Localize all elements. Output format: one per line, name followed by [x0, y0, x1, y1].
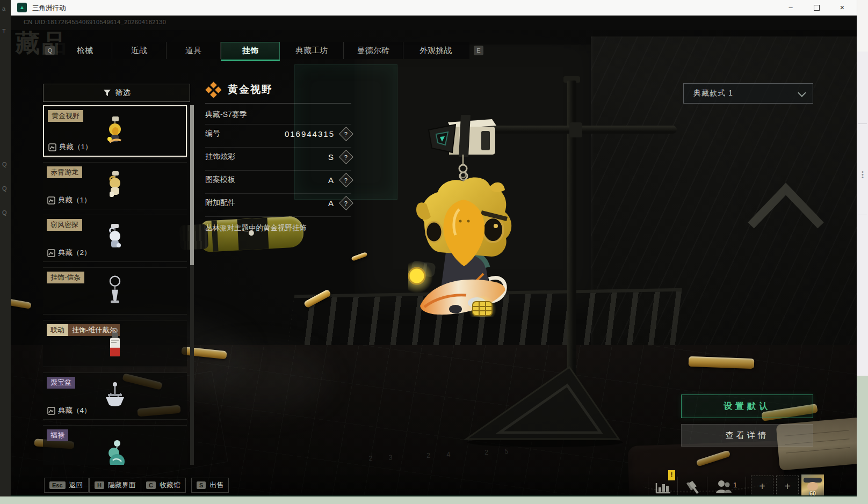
hotkey-label: 返回	[69, 480, 83, 490]
stray-glyph: Q	[2, 185, 7, 192]
detail-row-accessory: 附加配件 A ?	[205, 194, 351, 212]
maximize-button[interactable]	[804, 0, 829, 15]
stats-icon[interactable]	[654, 479, 672, 495]
uid-text: CN UID:181726455406910549614_20260418213…	[24, 19, 166, 25]
background-window-strip-right: •••	[857, 0, 868, 504]
collection-count: 典藏（1）	[48, 142, 92, 152]
background-window-strip: a T Q Q Q	[0, 0, 11, 496]
player-avatar[interactable]: 60	[801, 474, 824, 496]
list-item-windspy[interactable]: 窃风密探 典藏（2）	[43, 215, 187, 262]
list-item-vishdel[interactable]: 联动 挂饰-维什戴尔	[43, 320, 187, 367]
window-titlebar: ▲ 三角洲行动 – ×	[11, 0, 857, 16]
item-tag: 黄金视野	[48, 110, 83, 122]
divider	[205, 216, 351, 217]
add-teammate-slot[interactable]: +	[776, 476, 799, 496]
hotkey-sell[interactable]: S 出售	[191, 478, 229, 493]
row-value: A	[328, 176, 335, 185]
divider	[205, 103, 351, 104]
item-thumbnail	[102, 381, 128, 410]
stand-base	[462, 364, 623, 447]
background-toolbar	[857, 0, 868, 52]
stray-glyph: a	[2, 5, 5, 12]
keycap: S	[197, 481, 206, 489]
collection-count-label: 典藏（1）	[58, 195, 91, 205]
item-title: 黄金视野	[228, 83, 273, 97]
filter-button[interactable]: 筛选	[43, 84, 190, 102]
help-icon[interactable]: ?	[339, 196, 353, 210]
app-logo-icon: ▲	[17, 3, 27, 12]
collection-count: 典藏（1）	[47, 195, 91, 205]
charm-figure[interactable]	[408, 172, 521, 317]
linkage-badge: 联动	[47, 324, 68, 336]
collection-count-icon	[47, 249, 55, 257]
bullet-prop	[11, 298, 32, 309]
item-thumbnail	[103, 170, 127, 200]
close-button[interactable]: ×	[830, 0, 855, 15]
divider	[707, 477, 707, 495]
help-icon[interactable]: ?	[339, 173, 353, 187]
funnel-icon	[103, 89, 111, 97]
list-item-treasurebowl[interactable]: 聚宝盆 典藏（4）	[43, 372, 187, 420]
list-item-fulu[interactable]: 福禄	[43, 425, 187, 465]
style-dropdown[interactable]: 典藏款式 1	[683, 83, 813, 104]
tab-melee[interactable]: 近战	[112, 42, 167, 59]
row-value: 016944315	[285, 129, 335, 138]
scrollbar-thumb[interactable]	[190, 105, 194, 265]
divider	[858, 123, 867, 124]
tab-charms[interactable]: 挂饰	[221, 42, 280, 61]
list-item-goldvision[interactable]: 黄金视野 典藏（1）	[43, 105, 187, 157]
hotkey-label: 收藏馆	[160, 480, 180, 490]
list-item-creed[interactable]: 挂饰-信条	[43, 267, 187, 315]
viewport-bottom-edge	[11, 495, 857, 496]
row-value: S	[328, 152, 335, 162]
hotkey-back[interactable]: Esc 返回	[44, 478, 89, 493]
view-details-button[interactable]: 查看详情	[681, 424, 813, 447]
hotkey-label: 出售	[209, 480, 223, 490]
detail-row-pattern: 图案模板 A ?	[205, 171, 351, 189]
stray-glyph: Q	[2, 209, 7, 216]
chevron-marking	[746, 182, 826, 231]
minimize-button[interactable]: –	[778, 0, 803, 15]
help-icon[interactable]: ?	[339, 150, 353, 164]
tab-weapons[interactable]: 枪械	[58, 42, 112, 59]
tab-mandel[interactable]: 曼德尔砖	[344, 42, 403, 59]
divider	[677, 477, 678, 495]
add-teammate-slot[interactable]: +	[751, 476, 773, 496]
warning-badge: !	[668, 470, 675, 480]
row-label: 图案模板	[205, 175, 235, 185]
row-label: 挂饰炫彩	[205, 152, 235, 162]
collection-count: 典藏（2）	[47, 248, 91, 258]
help-icon[interactable]: ?	[339, 127, 353, 141]
tab-challenge[interactable]: 外观挑战	[403, 42, 468, 59]
item-tag: 福禄	[47, 429, 68, 441]
charm-clasp	[428, 115, 508, 179]
set-default-button[interactable]: 设置默认	[681, 395, 813, 418]
item-tag: 挂饰-信条	[47, 272, 84, 283]
team-icon[interactable]	[715, 479, 732, 495]
collection-count-icon	[47, 407, 55, 415]
item-description: 丛林派对主题中的黄金视野挂饰	[205, 223, 351, 233]
hotkey-hide-ui[interactable]: H 隐藏界面	[89, 478, 141, 493]
tab-prev-hotkey: Q	[45, 46, 55, 55]
list-scrollbar[interactable]	[190, 105, 194, 465]
tab-workshop[interactable]: 典藏工坊	[280, 42, 344, 59]
detail-row-colorway: 挂饰炫彩 S ?	[205, 148, 351, 166]
stray-glyph: Q	[2, 161, 7, 167]
detail-panel: 黄金视野 典藏-S7赛季 编号 016944315 ? 挂饰炫彩 S ? 图案模…	[205, 81, 351, 233]
divider	[648, 477, 648, 495]
hotkey-collection-hall[interactable]: C 收藏馆	[141, 478, 186, 493]
collection-count-icon	[47, 196, 55, 204]
stand-joint	[569, 122, 582, 137]
item-tag: 聚宝盆	[47, 377, 75, 389]
auction-gavel-icon[interactable]	[684, 479, 701, 495]
rarity-diamond-icon	[205, 82, 221, 98]
item-thumbnail	[103, 275, 127, 306]
game-viewport: 23 24 25	[11, 15, 857, 496]
collection-count: 典藏（4）	[47, 406, 91, 415]
tab-items[interactable]: 道具	[167, 42, 221, 59]
filter-label: 筛选	[115, 88, 131, 98]
list-item-reddragon[interactable]: 赤霄游龙 典藏（1）	[43, 162, 187, 209]
collection-count-label: 典藏（4）	[58, 406, 91, 415]
uid-bar: CN UID:181726455406910549614_20260418213…	[11, 15, 857, 30]
row-label: 编号	[205, 129, 220, 138]
